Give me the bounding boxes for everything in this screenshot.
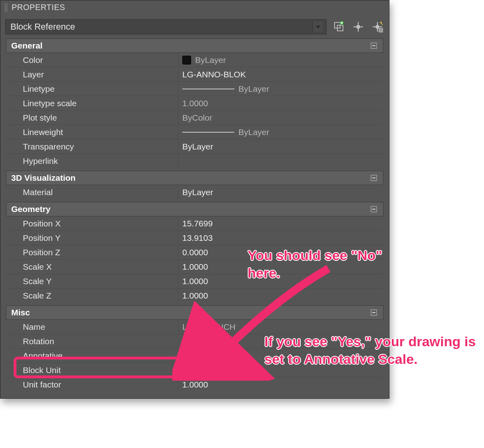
property-label: Rotation [6, 334, 178, 348]
property-value-text: 1.0000 [182, 99, 208, 108]
quick-select-icon[interactable] [351, 20, 365, 34]
property-value-text: 1.0000 [182, 276, 208, 286]
property-label: Transparency [6, 139, 178, 153]
property-value-text: LG-ANNO-BLOK [182, 70, 246, 79]
property-value-text: ByLayer [195, 55, 226, 65]
property-label: Name [6, 320, 178, 334]
property-value-text: ByLayer [182, 142, 213, 151]
property-row: Linetype scale1.0000 [6, 96, 383, 111]
collapse-icon [369, 41, 378, 50]
property-row: ColorByLayer [6, 53, 383, 67]
property-row: Position Y13.9103 [6, 231, 383, 245]
property-value-text: 1.0000 [182, 291, 208, 301]
property-value[interactable]: 1.0000 [178, 96, 383, 110]
chevron-down-icon [313, 22, 323, 32]
section-title: General [11, 41, 42, 50]
property-value-text: No [182, 351, 193, 361]
property-label: Linetype [6, 82, 178, 96]
section-header-geometry[interactable]: Geometry [6, 202, 383, 216]
property-row: LineweightByLayer [6, 125, 383, 139]
section-header-misc[interactable]: Misc [6, 305, 383, 320]
property-row: Position X15.7699 [6, 216, 383, 231]
property-value[interactable] [178, 154, 383, 168]
property-row: LinetypeByLayer [6, 82, 383, 96]
property-row: NameLAFX-BENCH [6, 320, 383, 334]
property-row: MaterialByLayer [6, 185, 383, 200]
linetype-sample-icon [182, 132, 234, 133]
selector-row: Block Reference [0, 15, 389, 38]
quick-calc-icon[interactable] [371, 20, 384, 34]
property-label: Color [6, 53, 178, 67]
property-row: Scale Z1.0000 [6, 289, 383, 303]
panel-title: PROPERTIES [12, 3, 65, 12]
property-value[interactable]: ByLayer [178, 185, 383, 200]
object-type-value: Block Reference [10, 22, 75, 32]
property-label: Scale Y [6, 274, 178, 288]
section-header-3dviz[interactable]: 3D Visualization [6, 171, 383, 185]
property-value-text: 1.0000 [182, 262, 208, 272]
property-value-text: 15.7699 [182, 219, 213, 228]
property-value[interactable]: LG-ANNO-BLOK [178, 67, 383, 81]
property-value[interactable]: ByLayer [178, 139, 383, 153]
property-label: Lineweight [6, 125, 178, 139]
toggle-pim-icon[interactable] [332, 20, 346, 34]
property-row: Unit factor1.0000 [6, 377, 383, 392]
property-label: Hyperlink [6, 154, 178, 168]
property-value-text: 231 [182, 337, 196, 346]
property-label: Material [6, 185, 178, 200]
property-value-text: 13.9103 [182, 233, 213, 243]
section-general-body: ColorByLayerLayerLG-ANNO-BLOKLinetypeByL… [6, 53, 383, 168]
section-title: 3D Visualization [11, 173, 76, 183]
property-row: Hyperlink [6, 154, 383, 168]
property-value[interactable]: 13.9103 [178, 231, 383, 245]
property-value[interactable]: 1.0000 [178, 289, 383, 303]
svg-rect-11 [379, 28, 383, 32]
property-label: Scale X [6, 260, 178, 274]
property-label: Annotative [6, 349, 178, 363]
property-row: Plot styleByColor [6, 111, 383, 125]
property-value-text: 1.0000 [182, 380, 208, 389]
grip-icon [4, 3, 8, 12]
collapse-icon [369, 174, 378, 182]
property-value[interactable]: ByLayer [178, 82, 383, 96]
property-value[interactable]: 15.7699 [178, 216, 383, 230]
property-label: Plot style [6, 111, 178, 125]
linetype-sample-icon [182, 89, 234, 89]
section-title: Geometry [11, 204, 50, 214]
property-label: Unit factor [6, 377, 178, 392]
property-label: Position Z [6, 245, 178, 259]
property-label: Linetype scale [6, 96, 178, 110]
collapse-icon [369, 308, 378, 317]
property-value-text: ByColor [182, 113, 212, 123]
property-value[interactable]: LAFX-BENCH [178, 320, 383, 334]
property-value-text: ByLayer [238, 84, 269, 94]
collapse-icon [369, 205, 378, 214]
section-3dviz-body: MaterialByLayer [6, 185, 383, 200]
property-label: Position Y [6, 231, 178, 245]
section-title: Misc [11, 308, 30, 317]
annotation-text-1: You should see "No" here. [248, 246, 400, 282]
property-row: TransparencyByLayer [6, 139, 383, 154]
property-value-text: LAFX-BENCH [182, 322, 236, 332]
property-label: Position X [6, 216, 178, 230]
property-value-text: Unitless [182, 365, 212, 375]
property-value[interactable]: ByLayer [178, 53, 383, 67]
property-value-text: ByLayer [238, 127, 269, 137]
property-row: LayerLG-ANNO-BLOK [6, 67, 383, 82]
property-label: Scale Z [6, 289, 178, 303]
property-value-text: 0.0000 [182, 248, 208, 257]
section-header-general[interactable]: General [6, 38, 383, 53]
property-label: Block Unit [6, 363, 178, 377]
property-value[interactable]: ByColor [178, 111, 383, 125]
property-value[interactable]: 1.0000 [178, 377, 383, 392]
object-type-dropdown[interactable]: Block Reference [5, 19, 327, 34]
property-value-text: ByLayer [182, 188, 213, 197]
annotation-text-2: If you see "Yes," your drawing is set to… [264, 333, 477, 368]
color-swatch-icon [182, 56, 191, 65]
property-label: Layer [6, 67, 178, 81]
panel-titlebar: PROPERTIES [0, 0, 389, 15]
property-value[interactable]: ByLayer [178, 125, 383, 139]
